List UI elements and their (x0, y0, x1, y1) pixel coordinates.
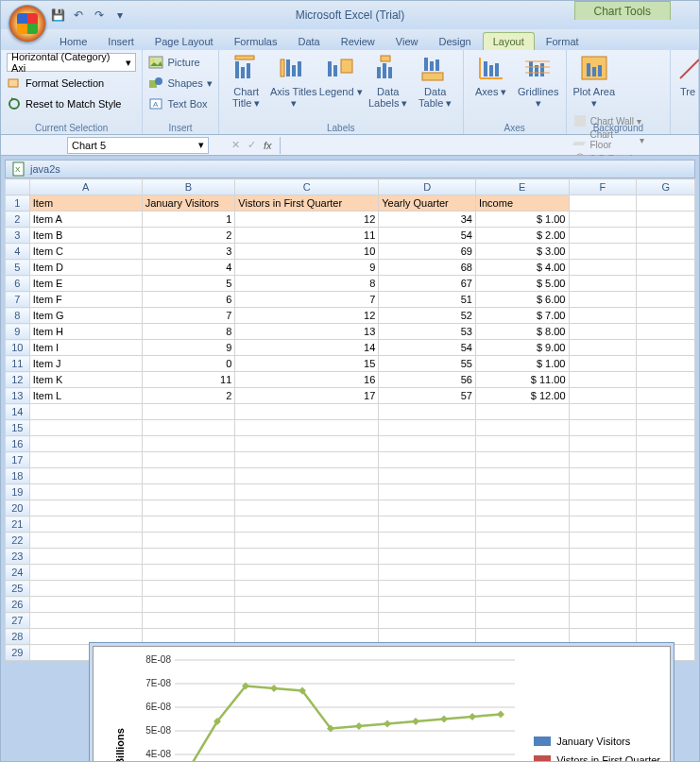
cell[interactable] (637, 308, 695, 324)
insert-picture-button[interactable]: Picture (146, 52, 213, 73)
cell[interactable] (637, 324, 695, 340)
cell[interactable] (569, 613, 637, 629)
cell[interactable] (379, 436, 476, 452)
cell[interactable]: 7 (235, 292, 379, 308)
cell[interactable] (29, 468, 142, 484)
cell[interactable] (637, 533, 695, 549)
tab-layout[interactable]: Layout (483, 32, 535, 50)
cell[interactable] (475, 484, 569, 500)
cell[interactable]: 34 (379, 212, 476, 228)
cell[interactable] (379, 581, 476, 597)
cell[interactable] (475, 420, 569, 436)
row-header[interactable]: 23 (6, 549, 30, 565)
cell[interactable]: Item H (29, 324, 142, 340)
cell[interactable] (235, 613, 379, 629)
cell[interactable] (235, 404, 379, 420)
cell[interactable] (475, 500, 569, 516)
cell[interactable] (235, 436, 379, 452)
tab-review[interactable]: Review (332, 33, 384, 50)
cell[interactable] (142, 597, 235, 613)
cell[interactable]: 56 (379, 372, 476, 388)
cell[interactable]: 17 (235, 388, 379, 404)
cell[interactable]: 52 (379, 308, 476, 324)
cell[interactable] (475, 516, 569, 533)
cell[interactable] (569, 436, 637, 452)
cell[interactable] (569, 212, 637, 228)
chart-legend[interactable]: January VisitorsVistors in First Quarter… (534, 732, 660, 762)
cell[interactable] (569, 340, 637, 356)
row-header[interactable]: 22 (6, 533, 30, 549)
cell[interactable] (569, 516, 637, 533)
cell[interactable]: Income (475, 195, 569, 212)
cell[interactable] (379, 516, 476, 533)
cell[interactable] (29, 549, 142, 565)
cell[interactable] (142, 452, 235, 468)
cell[interactable]: 0 (142, 356, 235, 372)
axis-titles-button[interactable]: Axis Titles ▾ (270, 52, 317, 110)
cell[interactable] (637, 597, 695, 613)
cell[interactable] (379, 468, 476, 484)
cell[interactable] (379, 484, 476, 500)
cell[interactable]: Yearly Quarter (379, 195, 476, 212)
cell[interactable] (142, 549, 235, 565)
cell[interactable]: 8 (235, 276, 379, 292)
cell[interactable] (235, 516, 379, 533)
embedded-chart[interactable]: Billions 01E-082E-083E-084E-085E-086E-08… (93, 646, 671, 762)
cell[interactable] (142, 420, 235, 436)
cell[interactable]: $ 3.00 (475, 244, 569, 260)
redo-icon[interactable]: ↷ (92, 8, 107, 23)
cell[interactable] (235, 629, 379, 645)
cell[interactable]: 6 (142, 292, 235, 308)
save-icon[interactable]: 💾 (50, 8, 65, 23)
cell[interactable] (569, 581, 637, 597)
cell[interactable] (235, 452, 379, 468)
cell[interactable] (29, 613, 142, 629)
tab-page-layout[interactable]: Page Layout (145, 33, 223, 50)
cell[interactable] (637, 629, 695, 645)
insert-textbox-button[interactable]: A Text Box (146, 93, 213, 114)
cell[interactable] (475, 613, 569, 629)
cell[interactable] (475, 581, 569, 597)
row-header[interactable]: 19 (6, 484, 30, 500)
cell[interactable] (29, 597, 142, 613)
cell[interactable] (379, 420, 476, 436)
cell[interactable] (637, 212, 695, 228)
cell[interactable] (569, 500, 637, 516)
cell[interactable] (235, 597, 379, 613)
cell[interactable]: 53 (379, 324, 476, 340)
gridlines-button[interactable]: Gridlines ▾ (515, 52, 562, 110)
row-header[interactable]: 28 (6, 629, 30, 645)
cell[interactable] (29, 516, 142, 533)
cell[interactable]: Item K (29, 372, 142, 388)
cell[interactable]: 13 (235, 324, 379, 340)
cell[interactable] (29, 404, 142, 420)
row-header[interactable]: 11 (6, 356, 30, 372)
cell[interactable] (142, 613, 235, 629)
cell[interactable]: 54 (379, 228, 476, 244)
row-header[interactable]: 21 (6, 516, 30, 533)
row-header[interactable]: 9 (6, 324, 30, 340)
row-header[interactable]: 1 (6, 195, 30, 212)
cell[interactable] (637, 388, 695, 404)
cell[interactable] (569, 260, 637, 276)
cell[interactable] (569, 308, 637, 324)
cell[interactable] (142, 484, 235, 500)
cell[interactable]: 11 (235, 228, 379, 244)
cell[interactable] (235, 484, 379, 500)
cell[interactable]: Item L (29, 388, 142, 404)
row-header[interactable]: 17 (6, 452, 30, 468)
cell[interactable] (142, 404, 235, 420)
cell[interactable]: Item (29, 195, 142, 212)
cell[interactable] (379, 533, 476, 549)
cell[interactable]: 5 (142, 276, 235, 292)
row-header[interactable]: 8 (6, 308, 30, 324)
cell[interactable]: $ 1.00 (475, 356, 569, 372)
cell[interactable] (569, 388, 637, 404)
cell[interactable]: 16 (235, 372, 379, 388)
row-header[interactable]: 7 (6, 292, 30, 308)
cell[interactable] (637, 195, 695, 212)
row-header[interactable]: 6 (6, 276, 30, 292)
cell[interactable]: Item F (29, 292, 142, 308)
cell[interactable] (475, 468, 569, 484)
cell[interactable] (235, 581, 379, 597)
